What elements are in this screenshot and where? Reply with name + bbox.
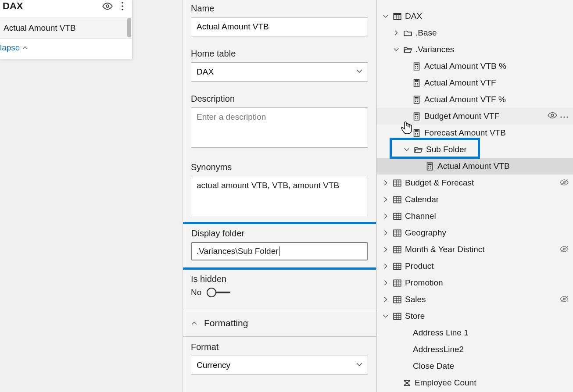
selected-measure-text: Actual Amount VTB <box>4 23 76 32</box>
format-label: Format <box>191 342 368 352</box>
tree-label: Month & Year Distinct <box>405 245 485 254</box>
display-folder-value: .Variances\Sub Folder <box>197 246 279 256</box>
tree-label: Sub Folder <box>426 145 467 154</box>
synonyms-label: Synonyms <box>191 162 368 172</box>
more-options-icon[interactable] <box>116 0 129 12</box>
name-label: Name <box>191 4 368 14</box>
tree-table[interactable]: Budget & Forecast <box>377 175 573 191</box>
collapse-label: lapse <box>0 43 20 53</box>
tree-folder-subfolder[interactable]: Sub Folder <box>377 141 573 158</box>
table-icon <box>393 195 401 204</box>
table-icon <box>393 312 401 321</box>
tree-measure[interactable]: Actual Amount VTB % <box>377 58 573 75</box>
table-icon <box>393 12 401 21</box>
name-input[interactable] <box>191 17 368 36</box>
display-folder-input[interactable]: .Variances\Sub Folder <box>191 242 368 260</box>
home-table-select[interactable] <box>191 62 368 82</box>
toggle-knob <box>207 288 216 297</box>
chevron-down-icon <box>393 46 400 53</box>
tree-measure[interactable]: Forecast Amount VTB <box>377 125 573 141</box>
tree-measure-selected[interactable]: Actual Amount VTB <box>377 158 573 175</box>
tree-column[interactable]: AddressLine2 <box>377 341 573 358</box>
chevron-right-icon <box>382 229 389 236</box>
folder-icon <box>403 29 412 37</box>
tree-label: AddressLine2 <box>413 345 464 354</box>
more-options-icon[interactable] <box>560 111 569 121</box>
formatting-title: Formatting <box>204 318 248 328</box>
hidden-icon <box>560 178 569 188</box>
table-icon <box>393 245 401 254</box>
tree-table[interactable]: Product <box>377 258 573 274</box>
tree-table[interactable]: Geography <box>377 225 573 241</box>
hidden-icon <box>560 245 569 254</box>
tree-measure[interactable]: Actual Amount VTF <box>377 75 573 91</box>
calculator-icon <box>412 78 421 87</box>
format-select[interactable] <box>191 356 368 375</box>
tree-column[interactable]: Address Line 1 <box>377 324 573 341</box>
tree-label: Actual Amount VTB % <box>424 61 506 71</box>
tree-column[interactable]: Close Date <box>377 358 573 374</box>
chevron-right-icon <box>382 179 389 186</box>
tree-label: Employee Count <box>415 378 476 388</box>
tree-column-aggregate[interactable]: Employee Count <box>377 374 573 391</box>
folder-open-icon <box>414 145 423 154</box>
chevron-right-icon <box>382 196 389 203</box>
is-hidden-value: No <box>191 288 201 297</box>
visibility-icon[interactable] <box>101 0 114 12</box>
tree-table-store[interactable]: Store <box>377 308 573 324</box>
tree-table[interactable]: Promotion <box>377 274 573 291</box>
tree-label: .Variances <box>415 45 454 54</box>
calculator-icon <box>412 128 421 137</box>
chevron-right-icon <box>382 296 389 303</box>
tree-label: Calendar <box>405 195 439 204</box>
home-table-label: Home table <box>191 49 368 59</box>
tree-label: Budget Amount VTF <box>424 111 499 121</box>
formatting-section-header[interactable]: Formatting <box>191 309 368 336</box>
table-icon <box>393 228 401 237</box>
tree-label: .Base <box>415 28 437 38</box>
collapse-link[interactable]: lapse <box>0 39 132 59</box>
display-folder-label: Display folder <box>191 228 368 239</box>
tree-label: Close Date <box>413 361 454 371</box>
sigma-icon <box>402 378 411 387</box>
tree-label: Address Line 1 <box>413 328 469 338</box>
chevron-right-icon <box>382 213 389 220</box>
calculator-icon <box>412 112 421 121</box>
tree-folder-base[interactable]: .Base <box>377 25 573 41</box>
calculator-icon <box>425 162 434 171</box>
description-input[interactable] <box>191 107 368 148</box>
tree-table[interactable]: Calendar <box>377 191 573 208</box>
calculator-icon <box>412 62 421 71</box>
tree-measure-hovered[interactable]: Budget Amount VTF <box>377 108 573 125</box>
selected-measure-row[interactable]: Actual Amount VTB <box>0 18 132 39</box>
visibility-icon[interactable] <box>548 111 557 121</box>
table-icon <box>393 295 401 304</box>
tree-table[interactable]: Month & Year Distinct <box>377 241 573 258</box>
tree-label: Store <box>405 311 425 321</box>
measure-list-title: DAX <box>3 0 99 12</box>
tree-label: Budget & Forecast <box>405 178 474 188</box>
tree-measure[interactable]: Actual Amount VTF % <box>377 91 573 108</box>
chevron-down-icon <box>403 146 410 153</box>
tree-label: Promotion <box>405 278 443 288</box>
folder-open-icon <box>403 45 412 54</box>
chevron-right-icon <box>382 246 389 253</box>
table-icon <box>393 178 401 187</box>
tree-table[interactable]: Channel <box>377 208 573 225</box>
tree-table-dax[interactable]: DAX <box>377 8 573 25</box>
fields-pane: DAX .Base .Variances Actual Amount VTB %… <box>376 0 573 392</box>
tree-table[interactable]: Sales <box>377 291 573 308</box>
is-hidden-toggle[interactable] <box>208 292 230 293</box>
measure-list-panel: DAX Actual Amount VTB lapse <box>0 0 133 59</box>
chevron-right-icon <box>382 263 389 270</box>
tree-folder-variances[interactable]: .Variances <box>377 41 573 58</box>
chevron-down-icon <box>382 313 389 320</box>
calculator-icon <box>412 95 421 104</box>
text-caret <box>279 246 279 256</box>
tree-label: Sales <box>405 295 426 304</box>
synonyms-input[interactable]: actual amount VTB, VTB, amount VTB <box>191 176 368 216</box>
is-hidden-label: Is hidden <box>191 274 368 284</box>
scrollbar-thumb[interactable] <box>127 18 131 37</box>
tree-label: Geography <box>405 228 446 238</box>
tree-label: Actual Amount VTB <box>437 161 510 171</box>
